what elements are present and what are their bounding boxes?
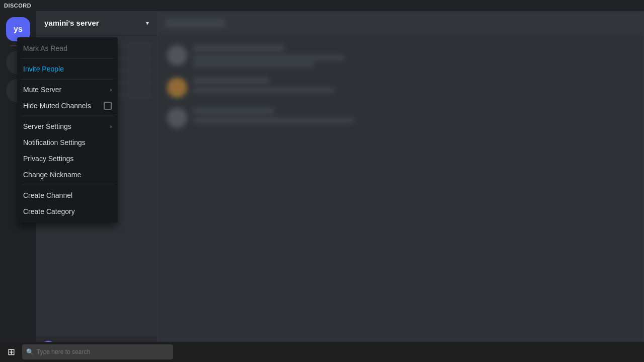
menu-item-mark-as-read[interactable]: Mark As Read	[19, 40, 116, 56]
menu-item-server-settings[interactable]: Server Settings ›	[19, 118, 116, 134]
server-header[interactable]: yamini's server ▾	[36, 11, 157, 35]
menu-item-invite-people[interactable]: Invite People	[19, 61, 116, 77]
menu-item-mute-server[interactable]: Mute Server ›	[19, 82, 116, 98]
chevron-right-icon-2: ›	[110, 124, 112, 129]
taskbar-search-bar[interactable]: 🔍	[22, 344, 173, 359]
hide-muted-checkbox[interactable]	[104, 102, 112, 110]
server-icon-label: ys	[14, 25, 23, 34]
search-icon: 🔍	[26, 348, 34, 355]
taskbar-search-input[interactable]	[37, 348, 169, 355]
app-title: DISCORD	[4, 3, 31, 9]
menu-divider-4	[21, 185, 114, 185]
main-content	[157, 11, 644, 362]
context-menu: Mark As Read Invite People Mute Server ›…	[17, 37, 118, 223]
chevron-right-icon: ›	[110, 87, 112, 93]
windows-start-button[interactable]: ⊞	[2, 343, 20, 361]
menu-item-privacy-settings[interactable]: Privacy Settings	[19, 151, 116, 167]
menu-item-change-nickname[interactable]: Change Nickname	[19, 167, 116, 183]
menu-divider-3	[21, 116, 114, 116]
chevron-down-icon: ▾	[146, 20, 149, 27]
menu-item-notification-settings[interactable]: Notification Settings	[19, 134, 116, 151]
menu-item-create-category[interactable]: Create Category	[19, 203, 116, 220]
menu-item-hide-muted-channels[interactable]: Hide Muted Channels	[19, 98, 116, 114]
menu-item-create-channel[interactable]: Create Channel	[19, 187, 116, 203]
titlebar: DISCORD	[0, 0, 644, 11]
taskbar: ⊞ 🔍	[0, 342, 644, 362]
top-bar	[157, 11, 644, 35]
menu-divider-2	[21, 79, 114, 80]
menu-divider-1	[21, 58, 114, 59]
server-name: yamini's server	[44, 19, 99, 27]
